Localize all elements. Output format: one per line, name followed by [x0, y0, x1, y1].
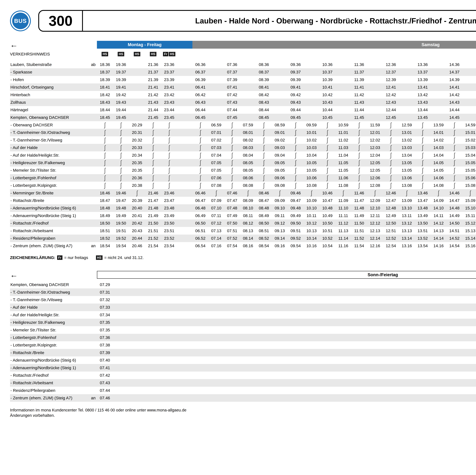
stop-row: - Rottachstr./Arbeitsamt07.43	[10, 379, 476, 387]
stop-name: - Adenauerring/Nordbrücke (Steig 6)	[10, 358, 89, 362]
time-cell: 21.41	[145, 85, 161, 90]
stop-name: - Rottachstr./Breite	[10, 350, 89, 355]
stop-name: - Lotterbergstr./Kolpingstr.	[10, 183, 89, 188]
time-cell: 08.12	[240, 221, 256, 226]
time-cell: 09.04	[272, 153, 288, 158]
time-cell: 18.36	[97, 62, 113, 67]
time-cell: 13.16	[399, 244, 415, 248]
time-cell: 14.05	[431, 161, 446, 165]
time-cell: 10.37	[319, 70, 335, 74]
no-stop-wavy-icon: ∫	[113, 145, 129, 151]
time-cell: 13.50	[415, 221, 431, 226]
time-cell: 08.49	[256, 213, 272, 218]
time-cell: 13.02	[399, 138, 415, 142]
time-cell: 11.59	[367, 123, 383, 127]
time-cell: 08.59	[272, 123, 288, 127]
time-cell: 11.05	[335, 168, 351, 173]
time-cell: 07.36	[97, 335, 113, 340]
no-stop-wavy-icon: ∫	[383, 145, 399, 151]
time-cell: 08.36	[256, 62, 272, 67]
time-cell: 14.03	[431, 145, 446, 150]
stop-name: Hirschdorf, Ortseingang	[10, 85, 89, 90]
time-cell: 19.44	[113, 108, 129, 112]
time-cell: 14.41	[446, 85, 462, 90]
time-cell: 11.54	[351, 244, 367, 248]
time-cell: 07.52	[224, 236, 240, 241]
time-cell: 13.45	[415, 115, 431, 120]
time-cell: 06.37	[192, 70, 208, 74]
time-cell: 10.04	[304, 153, 320, 158]
stop-row: - T.-Dannheimer-Str./Vilsweg07.32	[10, 296, 476, 304]
time-cell: 11.03	[335, 145, 351, 150]
time-cell: 08.50	[256, 221, 272, 226]
time-cell: 06.46	[192, 191, 208, 195]
time-cell: 12.43	[383, 100, 399, 105]
no-stop-wavy-icon: ∫	[415, 137, 431, 143]
time-cell: 10.08	[304, 183, 320, 188]
sunday-holiday-header: Sonn-/Feiertag	[97, 271, 476, 279]
legend-title: ZEICHENERKLÄRUNG:	[10, 255, 55, 260]
stop-row: - Auf der Halde/Heiligkr.Str.07.34	[10, 311, 476, 319]
time-cell: 09.01	[272, 130, 288, 135]
time-cell: 15.01	[462, 130, 476, 135]
time-cell: 09.12	[272, 221, 288, 226]
hint-badge-hs: HS	[150, 52, 156, 56]
no-stop-wavy-icon: ∫	[113, 152, 129, 158]
time-cell: 07.35	[97, 320, 113, 325]
time-cell: 23.41	[161, 85, 177, 90]
time-cell: 18.43	[97, 100, 113, 105]
time-cell: 12.44	[383, 108, 399, 112]
stop-name: - Lotterbergstr./Fohlenhof	[10, 176, 89, 180]
page-header: BUS 300 Lauben - Halde Nord - Oberwang -…	[10, 9, 476, 33]
no-stop-wavy-icon: ∫	[97, 167, 113, 173]
time-cell: 19.47	[113, 198, 129, 203]
traffic-hint-cell: FrHS	[161, 52, 177, 56]
time-cell: 23.48	[161, 206, 177, 210]
time-cell: 21.42	[145, 93, 161, 97]
time-cell: 07.14	[208, 236, 224, 241]
time-cell: 19.36	[113, 62, 129, 67]
time-cell: 13.04	[399, 153, 415, 158]
time-cell: 19.48	[113, 206, 129, 210]
time-cell: 10.03	[304, 145, 320, 150]
time-cell: 19.49	[113, 213, 129, 218]
no-stop-wavy-icon: ∫	[256, 145, 272, 151]
time-cell: 08.37	[256, 70, 272, 74]
time-cell: 13.46	[415, 191, 431, 195]
time-cell: 20.36	[129, 176, 145, 180]
no-stop-wavy-icon: ∫	[145, 122, 161, 128]
time-cell: 06.50	[192, 221, 208, 226]
time-cell: 08.41	[256, 85, 272, 90]
no-stop-wavy-icon: ∫	[335, 190, 351, 196]
time-cell: 11.13	[335, 229, 351, 233]
time-cell: 11.36	[351, 62, 367, 67]
sunday-stop-rows: Kempten, Oberwang DACHSER07.29- T.-Dannh…	[10, 281, 476, 402]
time-cell: 23.44	[161, 108, 177, 112]
time-cell: 06.45	[192, 115, 208, 120]
time-cell: 09.51	[288, 229, 304, 233]
stop-row: - Lotterbergstr./Fohlenhof07.36	[10, 334, 476, 341]
time-cell: 13.49	[415, 213, 431, 218]
time-cell: 09.46	[288, 191, 304, 195]
time-cell: 07.06	[208, 176, 224, 180]
stop-row: - Auf der Halde∫∫20.33∫∫∫07.03∫08.03∫09.…	[10, 144, 476, 151]
no-stop-wavy-icon: ∫	[192, 167, 208, 173]
time-cell: 12.04	[367, 153, 383, 158]
line-number: 300	[39, 13, 82, 29]
traffic-hint-cell: HS	[145, 52, 161, 56]
stop-row: - T.-Dannheimer-Str./Vilsweg∫∫20.32∫∫∫07…	[10, 136, 476, 144]
time-cell: 08.47	[256, 198, 272, 203]
bus-icon: BUS	[10, 11, 31, 31]
no-stop-wavy-icon: ∫	[288, 182, 304, 189]
no-stop-wavy-icon: ∫	[161, 137, 177, 143]
time-cell: 13.37	[415, 70, 431, 74]
time-cell: 23.50	[161, 221, 177, 226]
no-stop-wavy-icon: ∫	[145, 182, 161, 189]
time-cell: 12.01	[367, 130, 383, 135]
time-cell: 15.05	[462, 161, 476, 165]
time-cell: 11.06	[335, 176, 351, 180]
stop-name: - Adenauerring/Nordbrücke (Steig 1)	[10, 365, 89, 370]
time-cell: 07.16	[208, 244, 224, 248]
time-cell: 11.46	[351, 191, 367, 195]
no-stop-wavy-icon: ∫	[161, 182, 177, 189]
